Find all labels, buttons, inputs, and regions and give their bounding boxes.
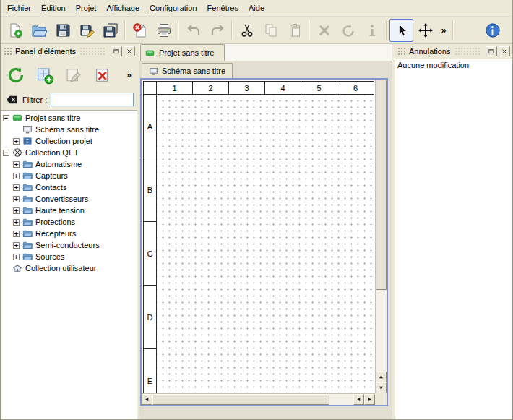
delete-element-icon	[93, 66, 112, 85]
tree-item[interactable]: Collection utilisateur	[1, 262, 137, 274]
arrow-up-icon	[378, 374, 384, 380]
undo-panel: Annulations Aucune modification	[395, 44, 512, 419]
diagram-canvas[interactable]: 123456ABCDE	[142, 80, 375, 393]
tree-item[interactable]: +Protections	[1, 216, 137, 228]
scroll-up-button[interactable]	[376, 372, 387, 382]
edit-element-button[interactable]	[61, 61, 87, 89]
expander-plus-icon[interactable]: +	[13, 242, 20, 249]
expander-plus-icon[interactable]: +	[13, 184, 20, 191]
tree-item[interactable]: +Convertisseurs	[1, 193, 137, 205]
vertical-scrollbar[interactable]	[375, 80, 387, 393]
tree-item-label: Convertisseurs	[35, 194, 88, 203]
rotate-button[interactable]	[336, 19, 360, 42]
save-button[interactable]	[51, 19, 74, 42]
undo-panel-float-button[interactable]	[486, 46, 497, 56]
new-file-button[interactable]	[3, 19, 27, 42]
menu-item-projet[interactable]: Projet	[71, 0, 102, 16]
arrow-down-icon	[378, 385, 384, 391]
project-icon	[12, 113, 22, 123]
scrollbar-corner	[375, 393, 387, 405]
tree-item[interactable]: +Collection projet	[1, 135, 137, 147]
menu-item-aide[interactable]: Aide	[243, 0, 270, 16]
toolbar-overflow-button[interactable]: »	[437, 19, 450, 42]
copy-button[interactable]	[259, 19, 283, 42]
tab-project[interactable]: Projet sans titre	[140, 44, 225, 61]
tree-item[interactable]: +Semi-conducteurs	[1, 239, 137, 251]
clear-filter-button[interactable]	[4, 93, 19, 107]
paste-button[interactable]	[283, 19, 306, 42]
schema-tab-icon	[149, 67, 158, 76]
reload-collections-button[interactable]	[3, 61, 29, 89]
open-file-button[interactable]	[27, 19, 51, 42]
tree-item[interactable]: +Automatisme	[1, 158, 137, 170]
elements-panel-close-button[interactable]	[124, 46, 135, 56]
close-file-button[interactable]	[128, 19, 152, 42]
tree-item[interactable]: Schéma sans titre	[1, 124, 137, 135]
hscroll-thumb[interactable]	[152, 394, 329, 405]
expander-plus-icon[interactable]: +	[13, 231, 20, 237]
move-mode-button[interactable]	[413, 19, 437, 42]
scroll-down-button[interactable]	[376, 382, 387, 393]
toolbar-separator	[231, 21, 233, 40]
new-element-icon	[35, 66, 54, 85]
about-button[interactable]	[480, 19, 504, 42]
undo-button[interactable]	[181, 19, 205, 42]
tree-item-label: Schéma sans titre	[35, 125, 99, 134]
menu-item-edition[interactable]: Édition	[36, 0, 71, 16]
save-icon	[55, 22, 71, 38]
scroll-left-button-end[interactable]	[353, 394, 364, 405]
element-info-button[interactable]	[360, 19, 384, 42]
tree-item[interactable]: −Projet sans titre	[1, 112, 137, 124]
menu-item-fenetres[interactable]: Fenêtres	[202, 0, 243, 16]
tree-item[interactable]: +Récepteurs	[1, 228, 137, 239]
scroll-right-button[interactable]	[364, 394, 375, 405]
tree-item[interactable]: −Collection QET	[1, 147, 137, 158]
folder-icon	[22, 171, 33, 181]
expander-plus-icon[interactable]: +	[13, 173, 20, 179]
menu-item-affichage[interactable]: Affichage	[101, 0, 145, 16]
expander-plus-icon[interactable]: +	[13, 254, 20, 260]
elements-toolbar-overflow-button[interactable]: »	[123, 70, 135, 80]
delete-button[interactable]	[312, 19, 336, 42]
save-all-button[interactable]	[98, 19, 122, 42]
expander-plus-icon[interactable]: +	[13, 161, 20, 168]
float-icon	[488, 48, 495, 55]
print-button[interactable]	[152, 19, 176, 42]
tree-item[interactable]: +Sources	[1, 251, 137, 262]
diagram-grid[interactable]	[157, 95, 374, 393]
filter-input[interactable]	[51, 93, 134, 106]
undo-panel-close-button[interactable]	[499, 46, 510, 56]
delete-element-button[interactable]	[90, 61, 116, 89]
tree-item-label: Récepteurs	[35, 229, 76, 238]
tree-item[interactable]: +Haute tension	[1, 205, 137, 216]
expander-plus-icon[interactable]: +	[13, 196, 20, 202]
vscroll-track[interactable]	[376, 80, 387, 372]
clear-filter-icon	[5, 93, 18, 106]
dock-grip-icon[interactable]	[397, 47, 407, 56]
expander-minus-icon[interactable]: −	[3, 150, 9, 156]
elements-panel-float-button[interactable]	[111, 46, 122, 56]
menu-item-configuration[interactable]: Configuration	[145, 0, 202, 16]
menu-item-fichier[interactable]: Fichier	[2, 0, 36, 16]
expander-plus-icon[interactable]: +	[13, 207, 20, 214]
scroll-left-button[interactable]	[142, 394, 152, 405]
hscroll-track[interactable]	[152, 394, 353, 405]
tab-schema[interactable]: Schéma sans titre	[142, 63, 233, 78]
expander-plus-icon[interactable]: +	[13, 138, 20, 145]
filter-label: Filtrer :	[22, 95, 47, 104]
select-mode-button[interactable]	[389, 19, 413, 42]
vscroll-thumb[interactable]	[376, 80, 387, 290]
redo-button[interactable]	[205, 19, 229, 42]
cut-button[interactable]	[235, 19, 259, 42]
save-as-button[interactable]	[74, 19, 98, 42]
expander-plus-icon[interactable]: +	[13, 219, 20, 226]
project-collection-icon	[22, 136, 33, 146]
project-tab-icon	[145, 48, 155, 58]
expander-minus-icon[interactable]: −	[3, 115, 9, 121]
dock-grip-icon[interactable]	[4, 47, 13, 56]
folder-icon	[22, 159, 33, 169]
new-element-button[interactable]	[32, 61, 58, 89]
horizontal-scrollbar[interactable]	[142, 393, 375, 405]
tree-item[interactable]: +Contacts	[1, 181, 137, 193]
tree-item[interactable]: +Capteurs	[1, 170, 137, 181]
